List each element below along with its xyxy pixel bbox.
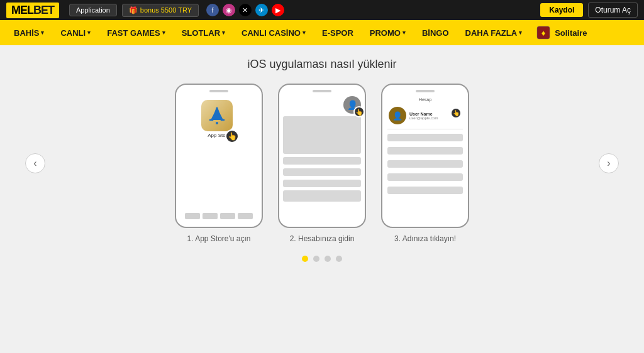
tap-cursor-1: 👆 [225, 129, 239, 143]
chevron-down-icon: ▾ [519, 30, 522, 36]
carousel-dots [302, 256, 342, 262]
gray-block-sm-2 [283, 168, 361, 176]
phone-notch-3 [416, 90, 435, 92]
phone1-content: App Store 👆 [180, 96, 258, 222]
profile-row-3 [387, 160, 463, 168]
bonus-button[interactable]: 🎁 bonus 5500 TRY [122, 4, 199, 17]
appstore-icon [201, 100, 233, 131]
bar-2 [203, 213, 218, 219]
nav-espor[interactable]: E-SPOR [314, 20, 361, 45]
nav-slotlar[interactable]: SLOTLAR ▾ [174, 20, 233, 45]
chevron-down-icon: ▾ [303, 30, 306, 36]
gray-block-sm-1 [283, 157, 361, 165]
phone-notch-2 [313, 90, 331, 92]
twitter-icon[interactable]: ✕ [239, 4, 252, 16]
appstore-icon-wrapper: App Store 👆 [201, 100, 236, 138]
carousel-next-button[interactable]: › [599, 153, 619, 173]
gift-icon: 🎁 [129, 6, 138, 14]
slide-1: App Store 👆 1. App Store'u açın [175, 84, 263, 243]
nav-fast-games[interactable]: FAST GAMES ▾ [99, 20, 173, 45]
logo: MELBET [6, 3, 59, 18]
chevron-down-icon: ▾ [162, 30, 165, 36]
gray-block-md [283, 190, 361, 202]
phone-frame-1: App Store 👆 [175, 84, 263, 228]
step-label-2: 2. Hesabınıza gidin [290, 234, 355, 243]
nav-canli[interactable]: CANLI ▾ [53, 20, 98, 45]
telegram-icon[interactable]: ✈ [255, 4, 268, 16]
nav-solitaire[interactable]: ♦ Solitaire [531, 25, 592, 40]
chevron-down-icon: ▾ [222, 30, 225, 36]
account-circle: 👤 👆 [343, 96, 361, 114]
carousel-wrapper: ‹ [13, 84, 631, 243]
facebook-icon[interactable]: f [206, 4, 219, 16]
dot-2[interactable] [313, 256, 319, 262]
nav-bar: BAHİS ▾ CANLI ▾ FAST GAMES ▾ SLOTLAR ▾ C… [0, 20, 644, 45]
phone-notch [209, 90, 228, 92]
instagram-icon[interactable]: ◉ [223, 4, 235, 16]
nav-bingo[interactable]: BİNGO [414, 20, 457, 45]
page-title: iOS uygulaması nasıl yüklenir [247, 58, 396, 71]
solitaire-icon: ♦ [536, 25, 551, 40]
app-button[interactable]: Application [69, 4, 117, 16]
step-label-1: 1. App Store'u açın [187, 234, 250, 243]
phone1-bars [181, 213, 257, 220]
dot-3[interactable] [325, 256, 331, 262]
bar-4 [238, 213, 253, 219]
step-label-3: 3. Adınıza tıklayın! [394, 234, 456, 243]
dot-1[interactable] [302, 256, 308, 262]
tap-cursor-2: 👆 [353, 106, 365, 117]
chevron-down-icon: ▾ [402, 30, 406, 36]
slides-container: App Store 👆 1. App Store'u açın [175, 84, 469, 243]
profile-row-2 [387, 147, 463, 155]
bar-3 [220, 213, 235, 219]
nav-daha-fazla[interactable]: DAHA FAZLA ▾ [458, 20, 530, 45]
svg-text:♦: ♦ [541, 28, 546, 38]
carousel-prev-button[interactable]: ‹ [25, 153, 45, 173]
user-avatar: 👤 [389, 107, 406, 124]
profile-row-4 [387, 173, 463, 181]
profile-row-1 [387, 134, 463, 141]
chevron-down-icon: ▾ [41, 30, 44, 36]
phone-frame-2: 👤 👆 [278, 84, 366, 228]
chevron-down-icon: ▾ [87, 30, 91, 36]
nav-canli-casino[interactable]: CANLI CASİNO ▾ [234, 20, 313, 45]
phone3-title: Hesap [387, 97, 463, 102]
main-content: iOS uygulaması nasıl yüklenir ‹ [0, 45, 644, 274]
tap-cursor-3: 👆 [450, 107, 462, 119]
nav-promo[interactable]: PROMO ▾ [362, 20, 413, 45]
dot-4[interactable] [336, 256, 342, 262]
slide-3: Hesap 👤 User Name user@apple.com 👆 [381, 84, 469, 243]
gray-block-sm-3 [283, 180, 361, 187]
user-profile-row: 👤 User Name user@apple.com 👆 [387, 105, 463, 126]
bar-1 [185, 213, 200, 219]
slide-2: 👤 👆 2. Hesabınıza gidin [278, 84, 366, 243]
svg-point-2 [216, 122, 218, 124]
phone2-header: 👤 👆 [283, 96, 361, 114]
profile-row-5 [387, 187, 463, 194]
kaydol-button[interactable]: Kaydol [540, 3, 583, 17]
social-icons: f ◉ ✕ ✈ ▶ [206, 4, 284, 16]
divider-1 [387, 129, 463, 129]
top-bar: MELBET Application 🎁 bonus 5500 TRY f ◉ … [0, 0, 644, 20]
phone3-content: Hesap 👤 User Name user@apple.com 👆 [386, 96, 464, 222]
phone-frame-3: Hesap 👤 User Name user@apple.com 👆 [381, 84, 469, 228]
nav-bahis[interactable]: BAHİS ▾ [6, 20, 52, 45]
gray-block-large [283, 116, 361, 154]
youtube-icon[interactable]: ▶ [272, 4, 284, 16]
oturum-button[interactable]: Oturum Aç [588, 3, 638, 18]
phone2-content: 👤 👆 [283, 96, 361, 222]
